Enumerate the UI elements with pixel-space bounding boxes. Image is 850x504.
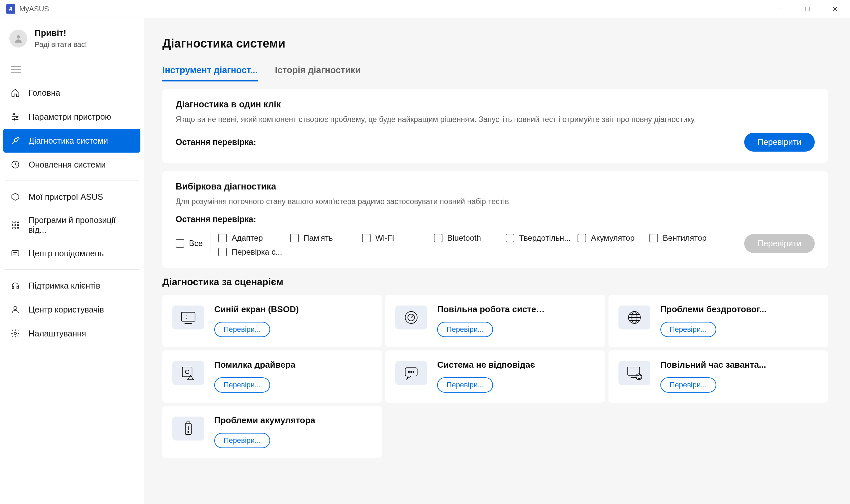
scenario-section-title: Діагностика за сценарієм xyxy=(162,276,828,288)
sidebar-item-system-update[interactable]: Оновлення системи xyxy=(0,152,144,177)
sidebar-item-device-settings[interactable]: Параметри пристрою xyxy=(0,105,144,129)
svg-point-18 xyxy=(12,224,13,226)
sidebar-item-label: Параметри пристрою xyxy=(29,112,111,122)
user-icon xyxy=(10,304,21,315)
gear-icon xyxy=(10,328,21,339)
check-ssd[interactable]: Твердотільн... xyxy=(506,233,577,243)
sidebar-item-label: Головна xyxy=(29,88,60,98)
sidebar-item-my-devices[interactable]: Мої пристрої ASUS xyxy=(0,185,144,209)
svg-point-20 xyxy=(17,224,19,226)
scenarios-grid: :( Синій екран (BSOD) Перевіри... Повіль… xyxy=(162,295,828,458)
tab-diagnostic-history[interactable]: Історія діагностики xyxy=(275,65,361,82)
svg-point-17 xyxy=(17,222,19,223)
scenario-title: Система не відповідає xyxy=(437,360,535,370)
oneclick-subtitle: Якщо ви не певні, який компонент створює… xyxy=(176,114,815,125)
svg-rect-50 xyxy=(187,422,190,424)
window-title: MyASUS xyxy=(19,5,49,13)
user-block[interactable]: Привіт! Раді вітати вас! xyxy=(0,22,144,57)
sidebar-item-settings[interactable]: Налаштування xyxy=(0,322,144,345)
svg-point-22 xyxy=(15,227,16,228)
nav-separator xyxy=(5,181,139,181)
check-stress[interactable]: Перевірка с... xyxy=(218,247,290,257)
oneclick-card: Діагностика в один клік Якщо ви не певні… xyxy=(162,89,828,163)
scenario-check-button[interactable]: Перевіри... xyxy=(214,322,270,337)
checkbox-icon xyxy=(506,234,514,242)
checkbox-icon xyxy=(577,234,586,242)
check-label: Bluetooth xyxy=(447,233,481,243)
check-label: Wi-Fi xyxy=(375,233,394,243)
message-icon xyxy=(10,248,21,259)
home-icon xyxy=(10,87,21,98)
check-adapter[interactable]: Адаптер xyxy=(218,233,290,243)
check-all[interactable]: Все xyxy=(176,233,211,253)
scenario-check-button[interactable]: Перевіри... xyxy=(214,433,270,448)
hamburger-button[interactable] xyxy=(0,57,144,81)
sliders-icon xyxy=(10,111,21,122)
nav: Головна Параметри пристрою Діагностика с… xyxy=(0,81,144,345)
scenario-slow-boot: Повільний час заванта... Перевіри... xyxy=(608,350,828,402)
scenario-title: Проблеми бездротовог... xyxy=(660,304,766,314)
check-wifi[interactable]: Wi-Fi xyxy=(362,233,434,243)
svg-text::(: :( xyxy=(185,315,187,319)
custom-subtitle: Для розуміння поточного стану вашого ком… xyxy=(176,196,815,208)
svg-rect-24 xyxy=(12,251,19,256)
scenario-battery: Проблеми акумулятора Перевіри... xyxy=(162,406,382,458)
checkbox-icon xyxy=(290,234,299,242)
checkbox-icon xyxy=(434,234,443,242)
svg-point-28 xyxy=(14,332,17,335)
svg-point-27 xyxy=(14,307,17,309)
chat-dots-icon xyxy=(395,361,427,385)
tabs: Інструмент діагност... Історія діагности… xyxy=(162,65,828,82)
sidebar: Привіт! Раді вітати вас! Головна Парамет… xyxy=(0,18,144,504)
monitor-refresh-icon xyxy=(619,361,650,385)
globe-icon xyxy=(619,306,650,329)
check-battery[interactable]: Акумулятор xyxy=(577,233,649,243)
nav-separator xyxy=(5,269,139,270)
custom-check-button[interactable]: Перевірити xyxy=(744,234,815,253)
sidebar-item-apps[interactable]: Програми й пропозиції від... xyxy=(0,209,144,241)
check-label: Пам'ять xyxy=(303,233,333,243)
close-button[interactable] xyxy=(821,0,849,18)
gauge-icon xyxy=(395,306,427,329)
checkbox-icon xyxy=(218,248,227,256)
oneclick-last-check-label: Остання перевірка: xyxy=(176,137,256,147)
check-memory[interactable]: Пам'ять xyxy=(290,233,362,243)
oneclick-title: Діагностика в один клік xyxy=(176,100,815,110)
svg-point-43 xyxy=(409,371,410,372)
scenario-check-button[interactable]: Перевіри... xyxy=(437,322,493,337)
sidebar-item-label: Програми й пропозиції від... xyxy=(28,215,134,235)
devices-icon xyxy=(10,192,21,202)
sidebar-item-label: Центр користувачів xyxy=(29,305,104,314)
svg-point-21 xyxy=(12,227,13,228)
scenario-check-button[interactable]: Перевіри... xyxy=(660,377,716,393)
scenario-bsod: :( Синій екран (BSOD) Перевіри... xyxy=(162,295,382,347)
scenario-check-button[interactable]: Перевіри... xyxy=(214,377,270,393)
scenario-check-button[interactable]: Перевіри... xyxy=(437,377,493,393)
oneclick-check-button[interactable]: Перевірити xyxy=(744,133,815,151)
app-logo-icon: A xyxy=(6,4,15,14)
tab-diagnostic-tool[interactable]: Інструмент діагност... xyxy=(162,65,258,82)
user-text: Привіт! Раді вітати вас! xyxy=(35,28,87,49)
check-label: Адаптер xyxy=(231,233,263,243)
sidebar-item-messages[interactable]: Центр повідомлень xyxy=(0,241,144,265)
svg-line-34 xyxy=(411,315,414,318)
svg-point-23 xyxy=(17,227,19,228)
titlebar: A MyASUS xyxy=(0,0,850,18)
update-icon xyxy=(10,159,21,170)
minimize-button[interactable] xyxy=(767,0,794,18)
check-bluetooth[interactable]: Bluetooth xyxy=(434,233,506,243)
checkbox-icon xyxy=(649,234,658,242)
maximize-button[interactable] xyxy=(794,0,821,18)
svg-point-52 xyxy=(188,431,189,432)
check-fan[interactable]: Вентилятор xyxy=(649,233,721,243)
svg-point-19 xyxy=(15,224,16,226)
scenario-check-button[interactable]: Перевіри... xyxy=(660,322,716,337)
check-label: Твердотільн... xyxy=(519,233,571,243)
bsod-icon: :( xyxy=(172,306,204,329)
battery-alert-icon xyxy=(172,417,204,440)
sidebar-item-diagnostics[interactable]: Діагностика системи xyxy=(3,129,140,152)
sidebar-item-support[interactable]: Підтримка клієнтів xyxy=(0,274,144,298)
sidebar-item-home[interactable]: Головна xyxy=(0,81,144,105)
sidebar-item-user-center[interactable]: Центр користувачів xyxy=(0,298,144,322)
sidebar-item-label: Мої пристрої ASUS xyxy=(29,192,103,202)
